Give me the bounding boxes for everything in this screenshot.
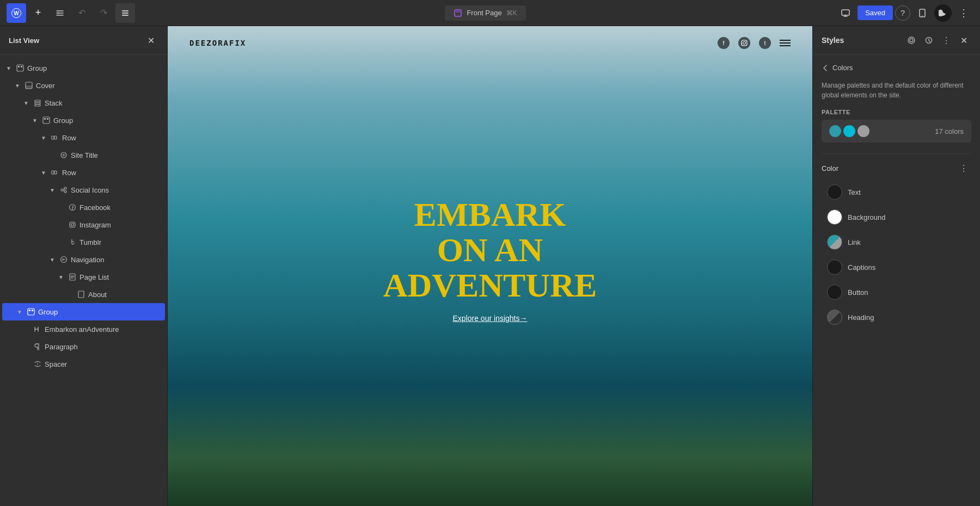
tablet-view-button[interactable] [912, 3, 932, 23]
instagram-icon [68, 220, 77, 230]
divider [822, 153, 971, 154]
facebook-nav-icon: f [718, 37, 730, 49]
hamburger-menu[interactable] [780, 40, 791, 46]
tree-item-row-1[interactable]: ▼ Row [0, 129, 167, 146]
color-item-button[interactable]: Button [822, 280, 971, 304]
styles-close-button[interactable]: ✕ [956, 33, 971, 48]
tree-item-label: Embarkon anAdventure [45, 325, 119, 334]
svg-rect-23 [54, 136, 57, 139]
tree-item-label: Tumblr [79, 238, 101, 246]
list-view-panel: List View ✕ ▼ Group ▼ Cover [0, 26, 168, 506]
tree-item-stack[interactable]: ▼ Stack [0, 94, 167, 112]
styles-history-button[interactable] [921, 33, 936, 48]
chevron-icon: ▼ [48, 186, 57, 194]
tree-item-tumblr[interactable]: ▼ Tumblr [0, 233, 167, 251]
palette-count: 17 colors [935, 127, 964, 135]
tumblr-icon [68, 237, 77, 247]
svg-rect-20 [44, 118, 46, 120]
color-item-background[interactable]: Background [822, 205, 971, 229]
list-view-button[interactable] [115, 3, 135, 23]
palette-row[interactable]: 17 colors [822, 120, 971, 143]
tree-item-cover[interactable]: ▼ Cover [0, 77, 167, 94]
tree-item-page-list[interactable]: ▼ Page List [0, 268, 167, 286]
page-list-icon [68, 272, 77, 282]
chevron-icon: ▼ [15, 307, 24, 316]
hero-line1: EMBARK [383, 197, 597, 232]
toolbar: W + ↶ ↷ Front Page ⌘K [0, 0, 980, 26]
svg-rect-11 [17, 65, 23, 71]
tree-item-about[interactable]: ▼ About [0, 286, 167, 303]
site-header: DEEZORAFIX f t [168, 26, 812, 60]
wp-logo-button[interactable]: W [7, 3, 26, 23]
color-swatch-heading [827, 310, 842, 325]
tree-item-facebook[interactable]: ▼ Facebook [0, 199, 167, 216]
styles-header: Styles ⋮ ✕ [813, 26, 980, 55]
tree-item-label: Social Icons [71, 186, 109, 194]
back-nav[interactable]: Colors [822, 64, 971, 72]
color-name-background: Background [848, 213, 885, 221]
more-options-button[interactable]: ⋮ [954, 3, 973, 23]
svg-rect-4 [122, 13, 128, 14]
styles-preview-button[interactable] [904, 33, 919, 48]
tree-item-social-icons[interactable]: ▼ Social Icons [0, 181, 167, 199]
tree-item-spacer[interactable]: ▼ Spacer [0, 355, 167, 373]
add-block-button[interactable]: + [28, 3, 48, 23]
swatch-cyan [843, 125, 855, 137]
tree-item-label: Page List [79, 273, 109, 281]
desktop-view-button[interactable] [836, 3, 855, 23]
svg-point-41 [743, 42, 746, 45]
redo-button[interactable]: ↷ [94, 3, 113, 23]
svg-rect-22 [52, 136, 54, 139]
svg-rect-12 [18, 66, 20, 67]
color-item-text[interactable]: Text [822, 180, 971, 204]
front-page-button[interactable]: Front Page ⌘K [445, 5, 525, 21]
list-view-header: List View ✕ [0, 26, 167, 55]
svg-point-2 [58, 12, 59, 14]
undo-button[interactable]: ↶ [72, 3, 91, 23]
site-title-icon [59, 150, 69, 160]
canvas-area[interactable]: DEEZORAFIX f t EMBARK [168, 26, 812, 506]
styles-more-button[interactable]: ⋮ [939, 33, 954, 48]
chevron-icon: ▼ [13, 81, 22, 90]
svg-rect-8 [842, 10, 849, 15]
tools-button[interactable] [50, 3, 70, 23]
color-section-more[interactable]: ⋮ [956, 161, 971, 176]
svg-point-28 [64, 187, 66, 189]
shortcut-label: ⌘K [506, 9, 517, 17]
tree-container: ▼ Group ▼ Cover ▼ Stack [0, 55, 167, 506]
svg-point-32 [71, 224, 74, 226]
styles-content: Colors Manage palettes and the default c… [813, 55, 980, 506]
svg-rect-25 [52, 171, 54, 174]
tree-item-group-3[interactable]: ▼ Group [2, 303, 165, 320]
toolbar-right: Saved ? ⋮ [836, 3, 973, 23]
tree-item-instagram[interactable]: ▼ Instagram [0, 216, 167, 233]
tree-item-label: Site Title [71, 151, 98, 159]
saved-button[interactable]: Saved [857, 5, 893, 20]
svg-rect-6 [455, 10, 461, 16]
svg-point-27 [61, 189, 63, 191]
tree-item-navigation[interactable]: ▼ Navigation [0, 251, 167, 268]
hero-line2: ON AN [383, 232, 597, 268]
list-view-close-button[interactable]: ✕ [143, 33, 158, 48]
site-hero-text: EMBARK ON AN ADVENTURE Explore our insig… [383, 197, 597, 323]
color-name-button: Button [848, 288, 868, 297]
svg-rect-39 [32, 310, 33, 311]
chevron-icon: ▼ [39, 168, 48, 177]
help-button[interactable]: ? [895, 5, 910, 21]
color-item-link[interactable]: Link [822, 230, 971, 254]
tree-item-group-2[interactable]: ▼ Group [0, 112, 167, 129]
color-item-heading[interactable]: Heading [822, 305, 971, 329]
tree-item-group-1[interactable]: ▼ Group [0, 59, 167, 77]
svg-rect-5 [122, 15, 128, 16]
color-item-captions[interactable]: Captions [822, 255, 971, 279]
tree-item-site-title[interactable]: ▼ Site Title [0, 146, 167, 164]
dark-mode-button[interactable] [934, 4, 952, 22]
tree-item-embark[interactable]: ▼ Embarkon anAdventure [0, 320, 167, 338]
tree-item-paragraph[interactable]: ▼ Paragraph [0, 338, 167, 355]
tree-item-row-2[interactable]: ▼ Row [0, 164, 167, 181]
tree-item-label: Spacer [45, 360, 67, 368]
hero-link[interactable]: Explore our insights→ [383, 314, 597, 323]
tree-item-label: Row [62, 169, 76, 177]
svg-point-33 [74, 223, 75, 224]
styles-title: Styles [822, 36, 844, 45]
